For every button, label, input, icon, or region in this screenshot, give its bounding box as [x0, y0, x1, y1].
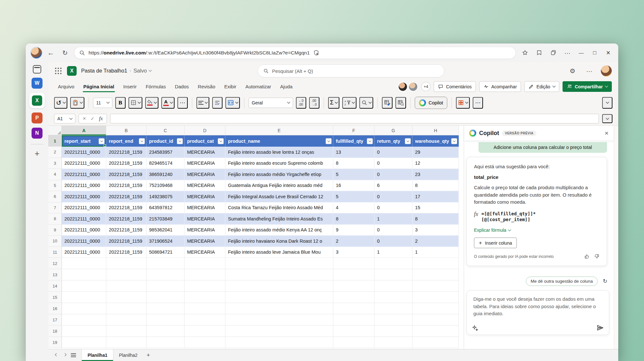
cell[interactable]: [106, 314, 147, 326]
column-header-B[interactable]: B: [106, 126, 147, 135]
fill-color-button[interactable]: [145, 97, 158, 109]
sheet-tab-planilha1[interactable]: Planilha1: [82, 349, 113, 361]
cell[interactable]: [62, 337, 106, 348]
all-sheets-icon[interactable]: [71, 353, 76, 357]
thumbs-up-icon[interactable]: [584, 254, 590, 259]
cell[interactable]: 202212111_0000: [62, 147, 106, 158]
row-header-1[interactable]: 1: [48, 135, 62, 147]
cell[interactable]: 149238075: [147, 191, 185, 202]
cell[interactable]: [147, 269, 185, 280]
more-font-options-icon[interactable]: [177, 97, 188, 109]
sidebar-toggle-icon[interactable]: [33, 65, 41, 73]
ribbon-tab-dados[interactable]: Dados: [172, 80, 192, 93]
cell[interactable]: 643597812: [147, 202, 185, 214]
cell[interactable]: 9: [333, 225, 374, 236]
wrap-text-button[interactable]: [212, 97, 223, 109]
find-button[interactable]: [359, 97, 373, 109]
cell[interactable]: [62, 280, 106, 292]
row-header-15[interactable]: 15: [48, 292, 62, 303]
favorite-this-page-icon[interactable]: [520, 48, 530, 58]
cell[interactable]: MERCEARIA: [185, 236, 225, 247]
paste-button[interactable]: [70, 97, 84, 109]
cell[interactable]: 5: [333, 169, 374, 180]
cell[interactable]: [374, 303, 412, 314]
cell[interactable]: [62, 303, 106, 314]
ribbon-tab-página-inicial[interactable]: Página Inicial: [80, 80, 118, 93]
cell[interactable]: [147, 292, 185, 303]
cell[interactable]: 20221218_1159: [106, 247, 147, 258]
cell[interactable]: [412, 337, 459, 348]
cell[interactable]: 3: [333, 247, 374, 258]
cell[interactable]: 202212111_0000: [62, 247, 106, 258]
cell[interactable]: [333, 326, 374, 337]
cell[interactable]: [374, 269, 412, 280]
cell[interactable]: [225, 258, 333, 269]
cell[interactable]: [106, 280, 147, 292]
cell[interactable]: 202212111_0000: [62, 191, 106, 202]
search-box[interactable]: Pesquisar (Alt + Q): [258, 64, 444, 77]
table-header-cell-return_qty[interactable]: return_qty: [374, 135, 412, 147]
cell[interactable]: 1: [374, 213, 412, 225]
cell[interactable]: [412, 326, 459, 337]
filter-button[interactable]: [99, 138, 105, 144]
cell[interactable]: MERCEARIA: [185, 202, 225, 214]
cell[interactable]: 5: [333, 191, 374, 202]
cell[interactable]: 829465174: [147, 158, 185, 169]
close-button[interactable]: [603, 48, 613, 58]
increase-decimal-button[interactable]: .00→0: [309, 97, 319, 109]
cell[interactable]: [147, 280, 185, 292]
column-header-A[interactable]: A: [62, 126, 106, 135]
cell[interactable]: [106, 303, 147, 314]
insert-column-button[interactable]: +Inserir coluna: [474, 238, 517, 248]
cell[interactable]: [106, 292, 147, 303]
select-all-corner[interactable]: [48, 126, 62, 135]
column-header-C[interactable]: C: [147, 126, 185, 135]
alignment-button[interactable]: [196, 97, 209, 109]
row-header-2[interactable]: 2: [48, 147, 62, 158]
cell[interactable]: 20221218_1159: [106, 180, 147, 191]
more-options-icon[interactable]: [584, 66, 594, 76]
column-header-F[interactable]: F: [333, 126, 374, 135]
row-header-14[interactable]: 14: [48, 280, 62, 292]
cell[interactable]: 2: [333, 236, 374, 247]
cell[interactable]: [185, 337, 225, 348]
row-header-7[interactable]: 7: [48, 202, 62, 214]
cell[interactable]: [333, 314, 374, 326]
cell[interactable]: [412, 258, 459, 269]
cell[interactable]: [225, 337, 333, 348]
filter-button[interactable]: [177, 138, 183, 144]
settings-gear-icon[interactable]: [567, 66, 578, 76]
row-header-18[interactable]: 18: [48, 326, 62, 337]
cell[interactable]: 202212111_0000: [62, 213, 106, 225]
collaborators-overflow-badge[interactable]: +4: [421, 82, 431, 91]
cell[interactable]: 0: [374, 158, 412, 169]
cell[interactable]: 8: [333, 213, 374, 225]
cell[interactable]: [147, 326, 185, 337]
cell[interactable]: 20221218_1159: [106, 158, 147, 169]
excel-app-icon-active[interactable]: X: [29, 93, 45, 108]
table-header-cell-fullfilled_qty[interactable]: fullfilled_qty: [333, 135, 374, 147]
row-header-6[interactable]: 6: [48, 191, 62, 202]
cell[interactable]: 20221218_1159: [106, 191, 147, 202]
row-header-16[interactable]: 16: [48, 303, 62, 314]
row-header-3[interactable]: 3: [48, 158, 62, 169]
filter-button[interactable]: [405, 138, 411, 144]
table-header-cell-report_start[interactable]: report_start: [62, 135, 106, 147]
send-icon[interactable]: [597, 324, 604, 331]
cell[interactable]: 371906524: [147, 236, 185, 247]
ribbon-tab-ajuda[interactable]: Ajuda: [277, 80, 296, 93]
undo-button[interactable]: [54, 97, 67, 109]
analyze-data-button[interactable]: [395, 97, 406, 109]
clean-data-button[interactable]: [382, 97, 393, 109]
onenote-app-icon[interactable]: N: [32, 128, 43, 139]
cell[interactable]: 20221218_1159: [106, 202, 147, 214]
cell[interactable]: [106, 337, 147, 348]
row-header-9[interactable]: 9: [48, 225, 62, 236]
tracking-shield-icon[interactable]: [313, 50, 319, 56]
word-app-icon[interactable]: W: [32, 78, 43, 89]
cell[interactable]: 0: [374, 225, 412, 236]
cell[interactable]: [185, 280, 225, 292]
cell[interactable]: [374, 314, 412, 326]
ribbon-tab-automatizar[interactable]: Automatizar: [242, 80, 274, 93]
column-header-D[interactable]: D: [185, 126, 225, 135]
